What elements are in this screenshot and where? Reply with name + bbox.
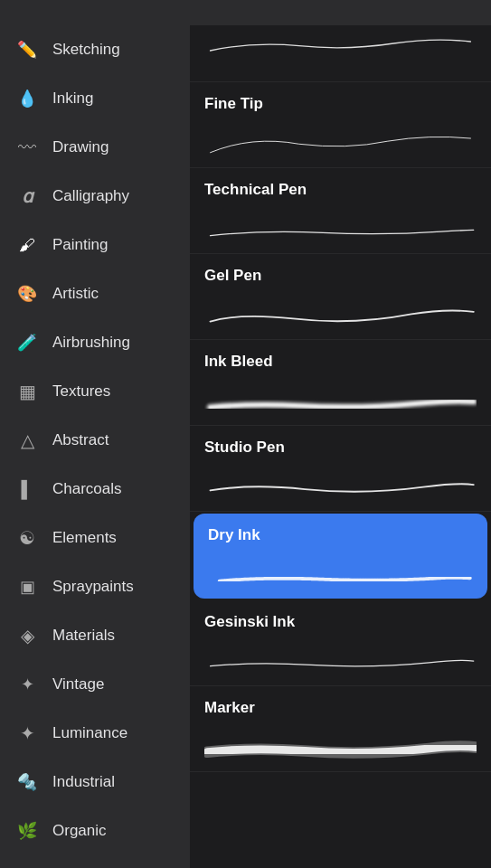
sidebar: SketchingInkingDrawingCalligraphyPaintin… xyxy=(0,25,190,868)
brush-stroke-preview xyxy=(204,204,477,244)
sidebar-item-luminance[interactable]: Luminance xyxy=(0,709,190,758)
sidebar-item-calligraphy[interactable]: Calligraphy xyxy=(0,172,190,221)
sketching-icon xyxy=(14,37,40,62)
sidebar-item-label: Drawing xyxy=(52,138,109,156)
sidebar-item-materials[interactable]: Materials xyxy=(0,611,190,660)
sidebar-item-label: Charcoals xyxy=(52,480,122,498)
app-header xyxy=(0,0,491,25)
sidebar-item-industrial[interactable]: Industrial xyxy=(0,758,190,807)
airbrushing-icon xyxy=(14,330,40,355)
sidebar-item-label: Industrial xyxy=(52,773,115,791)
brush-name: Marker xyxy=(204,699,477,717)
sidebar-item-label: Textures xyxy=(52,382,110,401)
brush-name: Gesinski Ink xyxy=(204,613,477,631)
brush-item-fine-tip[interactable]: Fine Tip xyxy=(190,82,491,168)
brush-item-technical-pen[interactable]: Technical Pen xyxy=(190,168,491,254)
elements-icon xyxy=(14,525,40,551)
industrial-icon xyxy=(14,769,40,795)
spraypaints-icon xyxy=(14,574,40,599)
painting-icon xyxy=(14,232,40,258)
brush-name: Dry Ink xyxy=(208,526,473,544)
sidebar-item-label: Elements xyxy=(52,529,117,547)
brush-stroke-preview xyxy=(204,637,477,676)
brush-stroke-preview xyxy=(208,550,473,590)
brush-stroke-preview xyxy=(204,462,477,502)
sidebar-item-label: Painting xyxy=(52,236,108,254)
brush-stroke-preview xyxy=(204,376,477,416)
charcoals-icon xyxy=(14,476,40,502)
sidebar-item-airbrushing[interactable]: Airbrushing xyxy=(0,318,190,367)
sidebar-item-painting[interactable]: Painting xyxy=(0,221,190,269)
sidebar-item-label: Abstract xyxy=(52,431,109,449)
organic-icon xyxy=(14,818,40,844)
sidebar-item-label: Vintage xyxy=(52,675,104,693)
sidebar-item-vintage[interactable]: Vintage xyxy=(0,660,190,709)
textures-icon xyxy=(14,379,40,404)
artistic-icon xyxy=(14,281,40,307)
brush-name: Studio Pen xyxy=(204,439,477,457)
sidebar-item-sketching[interactable]: Sketching xyxy=(0,25,190,74)
brush-item-ink-bleed[interactable]: Ink Bleed xyxy=(190,340,491,426)
brush-stroke-preview xyxy=(204,722,477,762)
brush-name: Gel Pen xyxy=(204,267,477,285)
sidebar-item-label: Sketching xyxy=(52,41,120,59)
abstract-icon xyxy=(14,428,40,453)
sidebar-item-spraypaints[interactable]: Spraypaints xyxy=(0,562,190,611)
luminance-icon xyxy=(14,721,40,746)
calligraphy-icon xyxy=(14,184,40,209)
brush-name: Fine Tip xyxy=(204,95,477,113)
sidebar-item-abstract[interactable]: Abstract xyxy=(0,416,190,465)
brush-item-marker[interactable]: Marker xyxy=(190,686,491,772)
brush-name: Technical Pen xyxy=(204,181,477,199)
brush-stroke-preview xyxy=(204,118,477,158)
sidebar-item-label: Inking xyxy=(52,90,93,108)
materials-icon xyxy=(14,623,40,648)
brush-item-gesinski-ink[interactable]: Gesinski Ink xyxy=(190,600,491,686)
sidebar-item-elements[interactable]: Elements xyxy=(0,514,190,562)
sidebar-item-charcoals[interactable]: Charcoals xyxy=(0,465,190,514)
brush-name: Ink Bleed xyxy=(204,353,477,371)
sidebar-item-water[interactable]: Water xyxy=(0,855,190,868)
sidebar-item-label: Calligraphy xyxy=(52,187,129,205)
brush-stroke-preview xyxy=(204,290,477,330)
main-content: SketchingInkingDrawingCalligraphyPaintin… xyxy=(0,25,491,868)
vintage-icon xyxy=(14,672,40,697)
brush-list: Fine Tip Technical Pen Gel Pen Ink Bleed xyxy=(190,25,491,868)
sidebar-item-label: Spraypaints xyxy=(52,578,134,596)
sidebar-item-label: Airbrushing xyxy=(52,334,130,352)
sidebar-item-organic[interactable]: Organic xyxy=(0,807,190,855)
sidebar-item-label: Organic xyxy=(52,822,107,840)
brush-item-dry-ink[interactable]: Dry Ink xyxy=(194,514,487,599)
brush-item-gel-pen[interactable]: Gel Pen xyxy=(190,254,491,340)
sidebar-item-artistic[interactable]: Artistic xyxy=(0,269,190,318)
sidebar-item-textures[interactable]: Textures xyxy=(0,367,190,416)
sidebar-item-label: Luminance xyxy=(52,724,127,742)
inking-icon xyxy=(14,86,40,111)
sidebar-item-label: Materials xyxy=(52,627,115,645)
sidebar-item-drawing[interactable]: Drawing xyxy=(0,123,190,172)
sidebar-item-inking[interactable]: Inking xyxy=(0,74,190,123)
drawing-icon xyxy=(14,135,40,160)
sidebar-item-label: Artistic xyxy=(52,285,99,303)
brush-item-studio-pen[interactable]: Studio Pen xyxy=(190,426,491,512)
